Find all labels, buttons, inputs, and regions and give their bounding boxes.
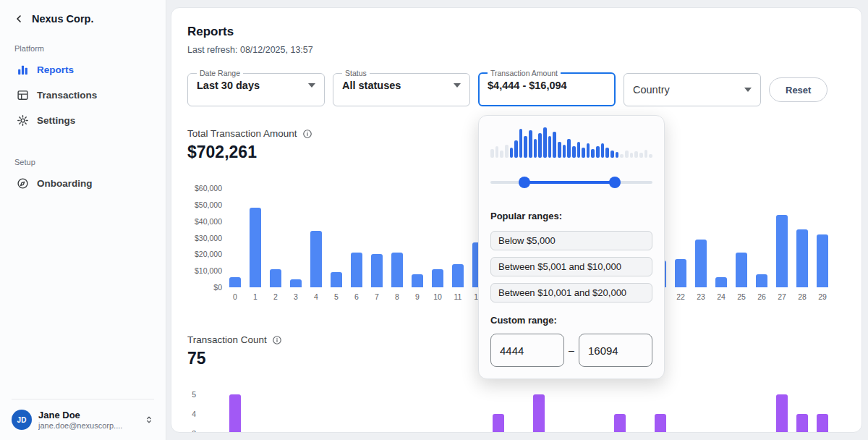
x-tick-label: 26 xyxy=(753,292,770,301)
sidebar-item-onboarding[interactable]: Onboarding xyxy=(12,171,154,196)
sidebar-item-label: Onboarding xyxy=(37,178,93,189)
min-amount-input[interactable] xyxy=(490,334,564,367)
y-tick-label: $50,000 xyxy=(187,201,222,209)
x-tick-label: 25 xyxy=(733,292,750,301)
histogram-bar xyxy=(538,133,542,158)
last-refresh-text: Last refresh: 08/12/2025, 13:57 xyxy=(187,44,846,56)
bar xyxy=(452,264,464,287)
bar xyxy=(493,414,504,433)
chevron-left-icon xyxy=(13,13,25,25)
range-separator: – xyxy=(569,344,574,356)
reset-button[interactable]: Reset xyxy=(769,77,827,102)
sidebar-item-transactions[interactable]: Transactions xyxy=(12,82,154,108)
primary-nav: Reports Transactions Settings xyxy=(12,57,154,133)
range-button-below-5000[interactable]: Below $5,000 xyxy=(490,231,652,250)
bar xyxy=(776,215,788,287)
histogram-bar xyxy=(490,149,494,158)
x-tick-label: 27 xyxy=(773,292,791,301)
max-amount-input[interactable] xyxy=(579,334,652,367)
platform-section-label: Platform xyxy=(14,44,154,53)
caret-down-icon xyxy=(744,88,752,92)
amount-metric-label-text: Total Transaction Amount xyxy=(187,128,297,139)
slider-handle-min[interactable] xyxy=(519,177,530,188)
range-button-5001-10000[interactable]: Between $5,001 and $10,000 xyxy=(490,257,652,276)
sidebar-item-settings[interactable]: Settings xyxy=(12,108,154,133)
bar xyxy=(715,277,727,287)
y-tick-label: $20,000 xyxy=(187,250,222,258)
x-tick-label: 6 xyxy=(348,292,365,301)
user-meta: Jane Doe jane.doe@nexuscorp.... xyxy=(38,410,137,430)
filter-bar: Date Range Last 30 days Status All statu… xyxy=(187,69,846,106)
slider-handle-max[interactable] xyxy=(609,177,621,188)
bar xyxy=(796,229,808,287)
x-tick-label: 5 xyxy=(328,292,345,301)
bar xyxy=(817,414,828,433)
bar xyxy=(351,253,362,287)
transaction-amount-value: $4,444 - $16,094 xyxy=(488,80,567,91)
avatar: JD xyxy=(12,410,32,430)
bar xyxy=(250,208,261,287)
transaction-amount-label: Transaction Amount xyxy=(488,69,561,77)
bar-chart-icon xyxy=(16,64,29,76)
transaction-amount-filter[interactable]: Transaction Amount $4,444 - $16,094 xyxy=(478,69,616,106)
histogram-bar xyxy=(577,142,581,158)
x-tick-label: 4 xyxy=(307,292,325,301)
x-tick-label: 10 xyxy=(429,292,446,301)
x-tick-label: 3 xyxy=(287,292,305,301)
x-tick-label: 22 xyxy=(672,292,689,301)
histogram-bar xyxy=(558,142,561,158)
user-menu[interactable]: JD Jane Doe jane.doe@nexuscorp.... xyxy=(12,410,154,430)
caret-down-icon xyxy=(308,83,315,88)
info-icon[interactable] xyxy=(272,335,282,345)
x-tick-label: 9 xyxy=(409,292,426,301)
collapse-sidebar-button[interactable] xyxy=(13,13,25,25)
y-tick-label: 3 xyxy=(187,430,196,433)
sidebar-item-label: Settings xyxy=(37,115,75,126)
amount-distribution-histogram xyxy=(490,126,652,158)
histogram-bar xyxy=(567,139,571,158)
sidebar-item-label: Transactions xyxy=(37,90,97,101)
histogram-bar xyxy=(644,150,648,158)
brand: Nexus Corp. xyxy=(12,13,154,25)
unfold-chevrons-icon xyxy=(144,415,154,425)
user-section: JD Jane Doe jane.doe@nexuscorp.... xyxy=(12,399,154,430)
custom-range-label: Custom range: xyxy=(490,314,652,326)
bar xyxy=(432,269,443,287)
y-tick-label: $60,000 xyxy=(187,185,222,192)
count-metric-label-text: Transaction Count xyxy=(187,334,267,345)
bar xyxy=(655,414,666,433)
bar xyxy=(270,269,281,287)
bar xyxy=(412,274,423,287)
status-label: Status xyxy=(342,69,370,77)
sidebar-item-reports[interactable]: Reports xyxy=(12,57,154,82)
x-tick-label: 7 xyxy=(368,292,386,301)
status-select[interactable]: Status All statuses xyxy=(333,69,470,106)
histogram-bar xyxy=(524,136,527,158)
bar xyxy=(776,394,788,433)
histogram-bar xyxy=(500,151,503,158)
histogram-bar xyxy=(605,148,609,158)
y-tick-label: $10,000 xyxy=(187,267,222,275)
reports-panel: Reports Last refresh: 08/12/2025, 13:57 … xyxy=(171,7,862,433)
histogram-bar xyxy=(620,154,624,158)
date-range-value: Last 30 days xyxy=(197,80,260,91)
x-tick-label: 2 xyxy=(267,292,284,301)
histogram-bar xyxy=(639,153,643,158)
histogram-bar xyxy=(610,151,614,158)
transaction-amount-popover: Popular ranges: Below $5,000 Between $5,… xyxy=(478,115,665,379)
info-icon[interactable] xyxy=(302,129,312,139)
x-tick-label: 28 xyxy=(793,292,811,301)
setup-nav: Onboarding xyxy=(12,171,154,196)
bar xyxy=(695,240,707,287)
y-tick-label: 5 xyxy=(187,391,196,399)
custom-range-row: – xyxy=(490,334,652,367)
x-tick-label: 1 xyxy=(247,292,264,301)
x-tick-label: 11 xyxy=(449,292,467,301)
bar xyxy=(533,394,545,433)
country-select[interactable]: Country xyxy=(624,73,761,106)
range-button-10001-20000[interactable]: Between $10,001 and $20,000 xyxy=(490,283,652,302)
table-icon xyxy=(16,89,29,101)
bar xyxy=(391,253,403,287)
date-range-select[interactable]: Date Range Last 30 days xyxy=(187,69,325,106)
onboarding-icon xyxy=(16,177,29,190)
